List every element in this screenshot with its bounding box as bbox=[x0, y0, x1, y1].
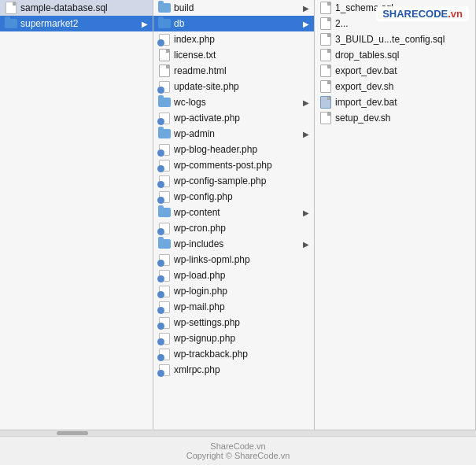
list-item[interactable]: import_dev.bat bbox=[315, 94, 475, 110]
sql-file-icon bbox=[5, 2, 17, 14]
bat-file-icon bbox=[319, 65, 332, 77]
item-label: xmlrpc.php bbox=[174, 364, 309, 375]
php-file-icon bbox=[158, 269, 171, 282]
arrow-icon: ▶ bbox=[303, 20, 309, 28]
item-label: supermarket2 bbox=[20, 18, 140, 29]
php-file-icon bbox=[158, 285, 171, 297]
sh-file-icon bbox=[319, 80, 332, 93]
list-item[interactable]: license.txt bbox=[153, 47, 314, 63]
item-label: wp-settings.php bbox=[174, 317, 309, 328]
item-label: export_dev.sh bbox=[335, 81, 470, 92]
list-item[interactable]: 3_BUILD_u...te_config.sql bbox=[315, 31, 475, 47]
list-item[interactable]: db ▶ bbox=[153, 16, 314, 31]
php-file-icon bbox=[158, 190, 171, 203]
sh-file-icon bbox=[319, 112, 332, 124]
list-item[interactable]: wp-comments-post.php bbox=[153, 157, 314, 173]
list-item[interactable]: wp-blog-header.php bbox=[153, 142, 314, 157]
list-item[interactable]: build ▶ bbox=[153, 0, 314, 16]
footer-line1: ShareCode.vn bbox=[210, 441, 265, 451]
php-file-icon bbox=[158, 301, 171, 313]
item-label: wp-cron.php bbox=[174, 223, 309, 234]
panes-container: sample-database.sql supermarket2 ▶ build… bbox=[0, 0, 476, 430]
folder-icon bbox=[158, 127, 171, 140]
php-file-icon bbox=[158, 222, 171, 234]
list-item[interactable]: supermarket2 ▶ bbox=[0, 16, 153, 31]
item-label: sample-database.sql bbox=[20, 2, 148, 13]
list-item[interactable]: wp-login.php bbox=[153, 283, 314, 299]
sql-file-icon bbox=[319, 33, 332, 46]
list-item[interactable]: sample-database.sql bbox=[0, 0, 153, 16]
list-item[interactable]: wp-activate.php bbox=[153, 110, 314, 126]
list-item[interactable]: wp-config.php bbox=[153, 189, 314, 205]
list-item[interactable]: wp-admin ▶ bbox=[153, 126, 314, 142]
list-item[interactable]: wp-cron.php bbox=[153, 220, 314, 236]
list-item[interactable]: readme.html bbox=[153, 63, 314, 79]
item-label: wp-load.php bbox=[174, 270, 309, 281]
php-file-icon bbox=[158, 316, 171, 329]
item-label: wc-logs bbox=[174, 97, 301, 108]
item-label: import_dev.bat bbox=[335, 97, 470, 108]
arrow-icon: ▶ bbox=[303, 4, 309, 13]
php-file-icon bbox=[158, 332, 171, 345]
list-item[interactable]: export_dev.sh bbox=[315, 79, 475, 94]
list-item[interactable]: index.php bbox=[153, 31, 314, 47]
sql-file-icon bbox=[319, 2, 332, 14]
item-label: wp-includes bbox=[174, 238, 301, 249]
arrow-icon: ▶ bbox=[142, 20, 148, 28]
list-item[interactable]: drop_tables.sql bbox=[315, 47, 475, 63]
item-label: wp-content bbox=[174, 207, 301, 218]
scrollbar[interactable] bbox=[0, 430, 476, 436]
item-label: wp-admin bbox=[174, 128, 301, 139]
list-item[interactable]: wp-includes ▶ bbox=[153, 236, 314, 252]
item-label: wp-links-opml.php bbox=[174, 254, 309, 265]
bat-file-icon bbox=[319, 96, 332, 109]
scroll-thumb[interactable] bbox=[57, 431, 88, 435]
sql-file-icon bbox=[319, 17, 332, 30]
php-file-icon bbox=[158, 364, 171, 376]
list-item[interactable]: wc-logs ▶ bbox=[153, 94, 314, 110]
html-file-icon bbox=[158, 65, 171, 77]
php-file-icon bbox=[158, 33, 171, 46]
item-label: drop_tables.sql bbox=[335, 50, 470, 61]
list-item[interactable]: wp-config-sample.php bbox=[153, 173, 314, 189]
list-item[interactable]: update-site.php bbox=[153, 79, 314, 94]
item-label: wp-mail.php bbox=[174, 301, 309, 312]
list-item[interactable]: wp-content ▶ bbox=[153, 205, 314, 220]
item-label: export_dev.bat bbox=[335, 65, 470, 76]
watermark-code: CODE bbox=[419, 8, 448, 20]
folder-icon bbox=[158, 96, 171, 109]
folder-icon bbox=[158, 2, 171, 14]
item-label: update-site.php bbox=[174, 81, 309, 92]
item-label: readme.html bbox=[174, 65, 309, 76]
item-label: index.php bbox=[174, 34, 309, 45]
item-label: wp-config.php bbox=[174, 191, 309, 202]
item-label: wp-trackback.php bbox=[174, 349, 309, 360]
pane2: build ▶ db ▶ index.php bbox=[153, 0, 315, 430]
php-file-icon bbox=[158, 112, 171, 124]
list-item[interactable]: export_dev.bat bbox=[315, 63, 475, 79]
php-file-icon bbox=[158, 80, 171, 93]
list-item[interactable]: setup_dev.sh bbox=[315, 110, 475, 126]
list-item[interactable]: wp-signup.php bbox=[153, 330, 314, 346]
arrow-icon: ▶ bbox=[303, 130, 309, 138]
list-item[interactable]: wp-settings.php bbox=[153, 315, 314, 330]
list-item[interactable]: xmlrpc.php bbox=[153, 362, 314, 378]
list-item[interactable]: wp-mail.php bbox=[153, 299, 314, 315]
list-item[interactable]: wp-trackback.php bbox=[153, 346, 314, 362]
folder-icon bbox=[158, 238, 171, 250]
arrow-icon: ▶ bbox=[303, 240, 309, 249]
php-file-icon bbox=[158, 159, 171, 172]
list-item[interactable]: wp-load.php bbox=[153, 268, 314, 283]
folder-icon bbox=[158, 17, 171, 30]
item-label: 3_BUILD_u...te_config.sql bbox=[335, 34, 470, 45]
watermark-vn: vn bbox=[451, 8, 463, 20]
folder-icon bbox=[158, 206, 171, 219]
arrow-icon: ▶ bbox=[303, 209, 309, 217]
watermark: SHARE CODE . vn bbox=[376, 6, 469, 21]
pane3: SHARE CODE . vn 1_schema.sql 2... bbox=[315, 0, 476, 430]
text-file-icon bbox=[158, 49, 171, 61]
list-item[interactable]: wp-links-opml.php bbox=[153, 252, 314, 268]
item-label: wp-activate.php bbox=[174, 113, 309, 124]
item-label: setup_dev.sh bbox=[335, 113, 470, 124]
item-label: wp-comments-post.php bbox=[174, 160, 309, 171]
